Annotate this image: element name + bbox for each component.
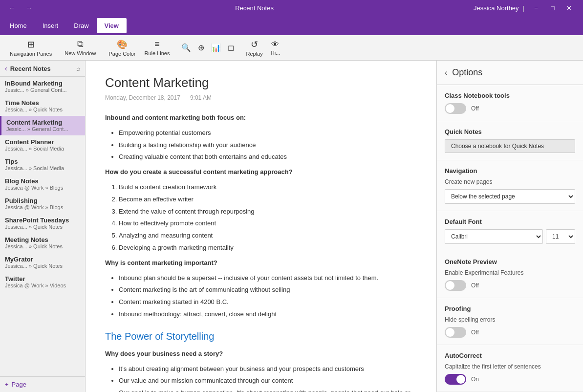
content-ordered-list-item: Analyzing and measuring content xyxy=(119,231,417,241)
content-list: Inbound plan should be a superset -- inc… xyxy=(119,273,417,320)
menu-view[interactable]: View xyxy=(97,18,127,33)
toggle-switch[interactable] xyxy=(445,374,466,385)
toggle-switch[interactable] xyxy=(445,327,466,338)
sidebar-item[interactable]: Blog Notes Jessica @ Work » Blogs xyxy=(0,174,85,194)
rule-lines-label: Rule Lines xyxy=(144,50,170,56)
toggle-label: Off xyxy=(471,105,479,112)
sidebar-item[interactable]: Content Planner Jessica... » Social Medi… xyxy=(0,135,85,155)
content-title: Content Marketing xyxy=(105,75,417,90)
content-list-item: Inbound methodology: attract, convert, c… xyxy=(119,309,417,320)
sidebar: ‹ Recent Notes ⌕ InBound Marketing Jessi… xyxy=(0,61,86,392)
menu-bar: Home Insert Draw View xyxy=(0,16,583,35)
options-section-sub: Hide spelling errors xyxy=(445,316,575,323)
options-section-title: OneNote Preview xyxy=(445,258,575,265)
sidebar-item-title: Publishing xyxy=(5,197,80,204)
hide-label: Hi... xyxy=(271,50,281,56)
sidebar-item[interactable]: MyGrator Jessica... » Quick Notes xyxy=(0,253,85,272)
sidebar-item-sub: Jessica... » Quick Notes xyxy=(5,107,80,112)
content-paragraph: How do you create a successful content m… xyxy=(105,167,417,177)
sidebar-item[interactable]: Meeting Notes Jessica... » Quick Notes xyxy=(0,233,85,253)
navigation-panes-label: Navigation Panes xyxy=(10,51,52,57)
font-row: CalibriArialTimes New RomanSegoe UI 8910… xyxy=(445,229,575,244)
add-page-label: Page xyxy=(12,381,26,388)
content-ordered-list-item: Build a content creation framework xyxy=(119,182,417,193)
sidebar-item[interactable]: InBound Marketing Jessic... » General Co… xyxy=(0,77,85,96)
sidebar-item-sub: Jessic... » General Cont... xyxy=(6,126,80,132)
sidebar-item-sub: Jessica... » Social Media xyxy=(5,165,80,171)
toggle-row: On xyxy=(445,374,575,385)
back-button[interactable]: ← xyxy=(6,3,19,13)
menu-draw[interactable]: Draw xyxy=(66,18,96,33)
toolbar-window-group: ⧉ New Window xyxy=(59,37,102,58)
content-heading: The Power of Storytelling xyxy=(105,328,417,344)
hide-button[interactable]: 👁 Hi... xyxy=(268,38,283,58)
navigation-dropdown[interactable]: Below the selected pageAt the end of the… xyxy=(445,189,575,204)
sidebar-back-button[interactable]: ‹ xyxy=(4,64,8,73)
sidebar-item-title: InBound Marketing xyxy=(5,80,80,87)
toolbar-zoom-group: 🔍 ⊕ 📊 ◻ xyxy=(176,41,239,54)
options-section-sub: Capitalize the first letter of sentences xyxy=(445,363,575,370)
sidebar-footer[interactable]: + Page xyxy=(0,376,85,392)
content-list-item: Our value and our mission communicated t… xyxy=(119,376,417,386)
sidebar-item[interactable]: SharePoint Tuesdays Jessica... » Quick N… xyxy=(0,214,85,233)
options-section: Default Font CalibriArialTimes New Roman… xyxy=(437,211,583,251)
options-back-button[interactable]: ‹ xyxy=(445,68,447,77)
content-list-item: Creating valuable content that both ente… xyxy=(119,152,417,162)
menu-home[interactable]: Home xyxy=(2,18,35,33)
sidebar-item-title: Content Planner xyxy=(5,138,80,146)
chart-button[interactable]: 📊 xyxy=(208,41,224,54)
title-bar: ← → Recent Notes Jessica Northey | − □ ✕ xyxy=(0,0,583,16)
search-icon: 🔍 xyxy=(181,43,191,52)
page-color-button[interactable]: 🎨 Page Color xyxy=(105,37,139,59)
search-button[interactable]: 🔍 xyxy=(178,41,194,54)
toolbar-nav-group: ⊞ Navigation Panes xyxy=(4,37,58,59)
separator: | xyxy=(523,4,524,12)
content-list-item: Our goal is to make a human connection. … xyxy=(119,388,417,392)
sidebar-item-title: Time Notes xyxy=(5,99,80,107)
content-list-item: Inbound plan should be a superset -- inc… xyxy=(119,273,417,283)
content-ordered-list-item: Extend the value of content through repu… xyxy=(119,207,417,217)
reading-view-button[interactable]: ◻ xyxy=(225,41,237,54)
new-window-button[interactable]: ⧉ New Window xyxy=(61,37,100,58)
sidebar-item[interactable]: Publishing Jessica @ Work » Blogs xyxy=(0,194,85,214)
options-section-title: Default Font xyxy=(445,218,575,225)
options-section-title: Class Notebook tools xyxy=(445,92,575,99)
replay-button[interactable]: ↺ Replay xyxy=(242,37,266,59)
toggle-row: Off xyxy=(445,327,575,338)
page-color-icon: 🎨 xyxy=(117,39,128,50)
title-bar-navigation: ← → xyxy=(6,3,35,13)
sidebar-item[interactable]: Time Notes Jessica... » Quick Notes xyxy=(0,96,85,116)
content-date: Monday, December 18, 2017 xyxy=(105,94,180,101)
minimize-button[interactable]: − xyxy=(528,2,544,14)
zoom-in-button[interactable]: ⊕ xyxy=(195,41,207,54)
sidebar-item[interactable]: Twitter Jessica @ Work » Videos xyxy=(0,272,85,292)
sidebar-item-sub: Jessica... » Quick Notes xyxy=(5,224,80,230)
choose-notebook-button[interactable]: Choose a notebook for Quick Notes xyxy=(445,139,575,153)
content-body: Inbound and content marketing both focus… xyxy=(105,113,417,392)
content-ordered-list-item: How to effectively promote content xyxy=(119,218,417,229)
window-controls: − □ ✕ xyxy=(528,2,577,14)
content-list-item: Building a lasting relationship with you… xyxy=(119,140,417,151)
content-list-item: It's about creating alignment between yo… xyxy=(119,364,417,374)
sidebar-item-sub: Jessica... » Quick Notes xyxy=(5,243,80,249)
sidebar-item-sub: Jessica @ Work » Videos xyxy=(5,283,80,288)
menu-insert[interactable]: Insert xyxy=(35,18,66,33)
maximize-button[interactable]: □ xyxy=(545,2,561,14)
toggle-switch[interactable] xyxy=(445,103,466,114)
close-button[interactable]: ✕ xyxy=(561,2,577,14)
sidebar-search-button[interactable]: ⌕ xyxy=(75,64,81,73)
font-select[interactable]: CalibriArialTimes New RomanSegoe UI xyxy=(445,229,543,244)
content-ordered-list: Build a content creation frameworkBecome… xyxy=(119,182,417,253)
toggle-switch[interactable] xyxy=(445,280,466,291)
zoom-in-icon: ⊕ xyxy=(198,43,204,52)
content-list-item: Empowering potential customers xyxy=(119,128,417,138)
font-size-select[interactable]: 891011121416182024 xyxy=(546,229,575,244)
navigation-panes-button[interactable]: ⊞ Navigation Panes xyxy=(6,37,56,59)
rule-lines-button[interactable]: ≡ Rule Lines xyxy=(140,37,173,58)
window-title: Recent Notes xyxy=(235,4,274,12)
new-window-label: New Window xyxy=(65,50,96,56)
sidebar-item[interactable]: Tips Jessica... » Social Media xyxy=(0,155,85,174)
sidebar-item[interactable]: Content Marketing Jessic... » General Co… xyxy=(0,116,85,135)
options-section: ProofingHide spelling errors Off xyxy=(437,298,583,345)
forward-button[interactable]: → xyxy=(22,3,35,13)
